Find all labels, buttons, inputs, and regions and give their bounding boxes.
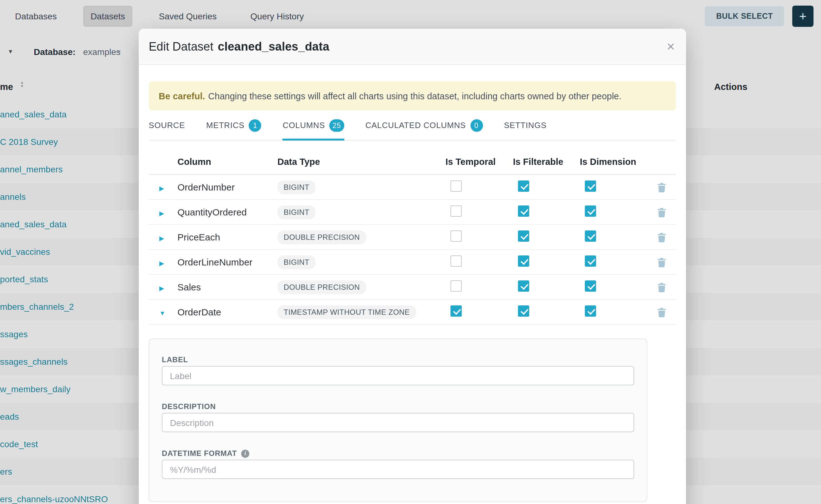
checkbox-is-dimension[interactable] [585,205,596,216]
datetime-format-label-text: DATETIME FORMAT [162,449,237,458]
label-input[interactable] [162,366,634,385]
expand-caret-icon[interactable]: ▶ [159,259,164,266]
close-icon: × [667,38,675,54]
checkbox-is-temporal[interactable] [451,255,462,266]
columns-table-body: ▶ OrderNumber BIGINT ▶ QuantityOrdered B… [149,175,676,325]
tab-columns[interactable]: COLUMNS 25 [283,111,344,140]
tab-label: SETTINGS [504,121,547,130]
trash-icon [656,307,666,317]
trash-icon [656,282,666,292]
data-type-badge: BIGINT [277,255,315,269]
expand-caret-icon[interactable]: ▶ [159,235,164,241]
expand-caret-icon[interactable]: ▶ [159,210,164,216]
columns-table: Column Data Type Is Temporal Is Filterab… [149,149,676,325]
columns-table-header: Column Data Type Is Temporal Is Filterab… [149,149,676,175]
checkbox-is-temporal[interactable] [451,180,462,191]
data-type-badge: DOUBLE PRECISION [277,230,366,244]
tab-settings[interactable]: SETTINGS [504,111,547,140]
column-name: OrderDate [177,307,277,317]
checkbox-is-filterable[interactable] [518,280,529,291]
column-name: QuantityOrdered [177,207,277,217]
modal-title: Edit Dataset cleaned_sales_data [149,40,329,53]
checkbox-is-filterable[interactable] [518,305,529,316]
column-row: ▶ OrderLineNumber BIGINT [149,250,676,275]
description-input[interactable] [162,413,634,432]
tab-count-badge: 1 [249,119,261,131]
warning-banner: Be careful. Changing these settings will… [149,81,676,111]
checkbox-is-dimension[interactable] [585,305,596,316]
modal-body: Be careful. Changing these settings will… [139,65,686,502]
warning-text: Changing these settings will affect all … [208,91,621,101]
delete-column-button[interactable] [655,181,668,193]
column-name: OrderNumber [177,182,277,192]
trash-icon [656,182,666,192]
trash-icon [656,257,666,267]
data-type-badge: BIGINT [277,205,315,219]
tabs: SOURCE METRICS 1 COLUMNS 25 CALCULATED C… [149,111,676,141]
tab-label: CALCULATED COLUMNS [365,121,466,130]
checkbox-is-filterable[interactable] [518,205,529,216]
column-header: Column [177,157,277,167]
tab-label: COLUMNS [283,121,325,130]
delete-column-button[interactable] [655,206,668,218]
checkbox-is-filterable[interactable] [518,230,529,241]
column-name: PriceEach [177,232,277,242]
datetime-format-field-label: DATETIME FORMAT i [162,449,634,458]
delete-column-button[interactable] [655,231,668,243]
checkbox-is-dimension[interactable] [585,230,596,241]
label-field-label: LABEL [162,355,634,364]
app-root: DatabasesDatasetsSaved QueriesQuery Hist… [0,0,821,504]
datetime-format-input[interactable] [162,460,634,479]
column-editor-panel: LABEL DESCRIPTION DATETIME FORMAT i [149,338,647,502]
checkbox-is-temporal[interactable] [451,280,462,291]
data-type-badge: BIGINT [277,180,315,194]
is-temporal-header: Is Temporal [446,157,513,167]
data-type-badge: DOUBLE PRECISION [277,280,366,294]
is-filterable-header: Is Filterable [513,157,580,167]
warning-bold-text: Be careful. [159,91,205,101]
dataset-name: cleaned_sales_data [218,40,329,53]
modal-title-prefix: Edit Dataset [149,40,213,53]
tab-label: METRICS [206,121,245,130]
tab-calculated-columns[interactable]: CALCULATED COLUMNS 0 [365,111,483,140]
checkbox-is-filterable[interactable] [518,255,529,266]
column-name: Sales [177,282,277,292]
data-type-badge: TIMESTAMP WITHOUT TIME ZONE [277,305,416,319]
edit-dataset-modal: Edit Dataset cleaned_sales_data × Be car… [139,29,686,504]
tab-source[interactable]: SOURCE [149,111,185,140]
description-field-label: DESCRIPTION [162,402,634,411]
checkbox-is-temporal[interactable] [451,230,462,241]
tab-count-badge: 25 [329,119,344,131]
delete-column-button[interactable] [655,281,668,293]
column-name: OrderLineNumber [177,257,277,267]
tab-label: SOURCE [149,121,185,130]
delete-column-button[interactable] [655,306,668,318]
checkbox-is-dimension[interactable] [585,280,596,291]
close-button[interactable]: × [667,40,675,53]
trash-icon [656,232,666,242]
checkbox-is-temporal[interactable] [451,205,462,216]
expand-caret-icon[interactable]: ▶ [159,284,164,291]
modal-header: Edit Dataset cleaned_sales_data × [139,29,686,65]
is-dimension-header: Is Dimension [580,157,647,167]
trash-icon [656,207,666,217]
checkbox-is-filterable[interactable] [518,180,529,191]
column-row: ▶ OrderNumber BIGINT [149,175,676,200]
checkbox-is-dimension[interactable] [585,255,596,266]
delete-column-button[interactable] [655,256,668,268]
checkbox-is-dimension[interactable] [585,180,596,191]
info-icon[interactable]: i [241,449,249,457]
checkbox-is-temporal[interactable] [451,305,462,316]
column-row: ▶ PriceEach DOUBLE PRECISION [149,225,676,250]
column-row: ▶ QuantityOrdered BIGINT [149,200,676,225]
tab-count-badge: 0 [470,119,483,131]
expand-caret-icon[interactable]: ▶ [159,185,164,191]
data-type-header: Data Type [277,157,446,167]
column-row: ▶ Sales DOUBLE PRECISION [149,275,676,300]
tab-metrics[interactable]: METRICS 1 [206,111,261,140]
column-row: ▼ OrderDate TIMESTAMP WITHOUT TIME ZONE [149,300,676,325]
collapse-caret-icon[interactable]: ▼ [159,309,166,316]
